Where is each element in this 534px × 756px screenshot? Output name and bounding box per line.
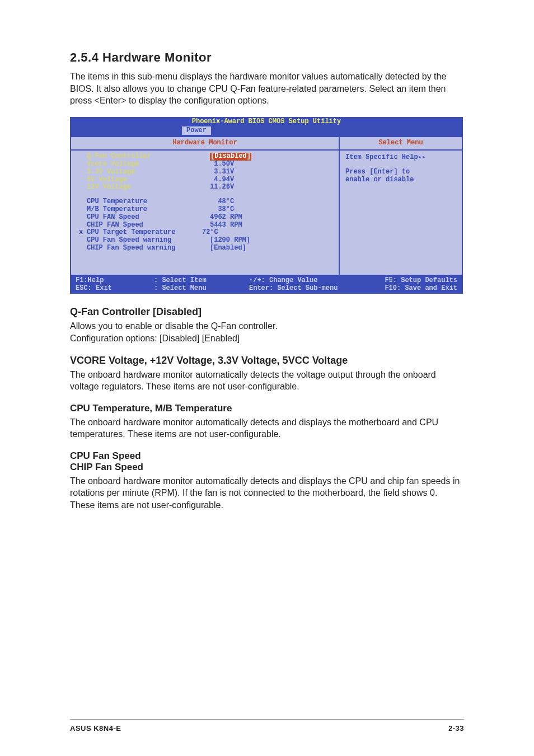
bios-label: CPU FAN Speed xyxy=(87,214,210,222)
bios-right-header: Select Menu xyxy=(340,137,462,151)
bios-value: [1200 RPM] xyxy=(210,237,250,245)
arrow-right-icon: ▸▸ xyxy=(418,154,426,162)
bios-row-3v: 3.3V Voltage 3.31V xyxy=(71,168,339,176)
bios-value: 72°C xyxy=(202,229,218,237)
bios-label: CPU Target Temperature xyxy=(87,229,202,237)
footer-key: : Select Item xyxy=(154,277,249,285)
body-text: Allows you to enable or disable the Q-Fa… xyxy=(70,320,464,332)
bios-value: 38°C xyxy=(210,206,234,214)
bios-label: CPU Temperature xyxy=(87,198,210,206)
body-text: The onboard hardware monitor automatical… xyxy=(70,475,464,511)
page-footer: ASUS K8N4-E 2-33 xyxy=(70,719,464,732)
bios-value: [Enabled] xyxy=(210,245,246,252)
bios-label: CHIP FAN Speed xyxy=(87,222,210,229)
bios-label: 3.3V Voltage xyxy=(87,168,210,176)
bios-label: 12V Voltage xyxy=(87,184,210,191)
disabled-marker-icon: x xyxy=(79,229,87,237)
footer-page-number: 2-33 xyxy=(448,724,464,732)
bios-row-cpufan: CPU FAN Speed 4962 RPM xyxy=(71,214,339,222)
bios-tab-power[interactable]: Power xyxy=(182,126,211,135)
bios-label: CPU Fan Speed warning xyxy=(87,237,210,245)
bios-help-box: Item Specific Help▸▸ Press [Enter] to en… xyxy=(340,151,462,187)
bios-footer: F1:Help : Select Item -/+: Change Value … xyxy=(70,276,463,294)
bios-help-line: enable or disable xyxy=(345,176,456,184)
bios-row-12v: 12V Voltage 11.26V xyxy=(71,184,339,191)
bios-label: M/B Temperature xyxy=(87,206,210,214)
bios-label: Vcore Voltage xyxy=(87,161,210,168)
bios-item-list: Q-Fan Controller [Disabled] Vcore Voltag… xyxy=(71,151,339,275)
bios-row-cputemp: CPU Temperature 48°C xyxy=(71,198,339,206)
bios-value: 4962 RPM xyxy=(210,214,242,222)
bios-help-title: Item Specific Help xyxy=(345,154,418,162)
bios-row-cputarget: x CPU Target Temperature 72°C xyxy=(71,229,339,237)
page: 2.5.4 Hardware Monitor The items in this… xyxy=(0,0,534,756)
qfan-heading: Q-Fan Controller [Disabled] xyxy=(70,306,464,318)
bios-tabbar: Power xyxy=(70,126,463,137)
bios-value: 1.50V xyxy=(210,161,234,168)
footer-key: ESC: Exit xyxy=(76,285,154,293)
bios-right-panel: Select Menu Item Specific Help▸▸ Press [… xyxy=(339,136,463,275)
footer-model: ASUS K8N4-E xyxy=(70,724,121,732)
bios-row-vcore: Vcore Voltage 1.50V xyxy=(71,161,339,168)
bios-title: Phoenix-Award BIOS CMOS Setup Utility xyxy=(70,117,463,126)
bios-row-mbtemp: M/B Temperature 38°C xyxy=(71,206,339,214)
body-text: The onboard hardware monitor automatical… xyxy=(70,416,464,440)
bios-screenshot: Phoenix-Award BIOS CMOS Setup Utility Po… xyxy=(70,117,463,294)
footer-key: : Select Menu xyxy=(154,285,249,293)
vcore-heading: VCORE Voltage, +12V Voltage, 3.3V Voltag… xyxy=(70,355,464,367)
footer-key: Enter: Select Sub-menu xyxy=(249,285,378,293)
bios-label: Q-Fan Controller xyxy=(87,153,210,161)
bios-row-cpufanwarn[interactable]: CPU Fan Speed warning [1200 RPM] xyxy=(71,237,339,245)
chipfan-heading: CHIP Fan Speed xyxy=(70,462,464,473)
section-heading: 2.5.4 Hardware Monitor xyxy=(70,50,464,65)
footer-key: -/+: Change Value xyxy=(249,277,378,285)
footer-key: F1:Help xyxy=(76,277,154,285)
temp-heading: CPU Temperature, M/B Temperature xyxy=(70,403,464,414)
bios-left-panel: Hardware Monitor Q-Fan Controller [Disab… xyxy=(70,136,339,275)
bios-row-5v: 5V Voltage 4.94V xyxy=(71,176,339,184)
bios-row-qfan[interactable]: Q-Fan Controller [Disabled] xyxy=(71,153,339,161)
bios-value: 4.94V xyxy=(210,176,234,184)
bios-value-selected: [Disabled] xyxy=(210,153,251,161)
bios-value: 3.31V xyxy=(210,168,234,176)
bios-row-chipfan: CHIP FAN Speed 5443 RPM xyxy=(71,222,339,229)
bios-row-chipfanwarn[interactable]: CHIP Fan Speed warning [Enabled] xyxy=(71,245,339,252)
footer-key: F5: Setup Defaults xyxy=(378,277,457,285)
bios-value: 48°C xyxy=(210,198,234,206)
bios-label: CHIP Fan Speed warning xyxy=(87,245,210,252)
footer-key: F10: Save and Exit xyxy=(378,285,457,293)
bios-label: 5V Voltage xyxy=(87,176,210,184)
bios-value: 5443 RPM xyxy=(210,222,242,229)
bios-left-header: Hardware Monitor xyxy=(71,137,339,151)
section-intro: The items in this sub-menu displays the … xyxy=(70,71,464,107)
cpufan-heading: CPU Fan Speed xyxy=(70,450,464,462)
body-text: The onboard hardware monitor automatical… xyxy=(70,369,464,393)
bios-value: 11.26V xyxy=(210,184,234,191)
bios-help-line: Press [Enter] to xyxy=(345,168,456,176)
body-text: Configuration options: [Disabled] [Enabl… xyxy=(70,332,464,345)
